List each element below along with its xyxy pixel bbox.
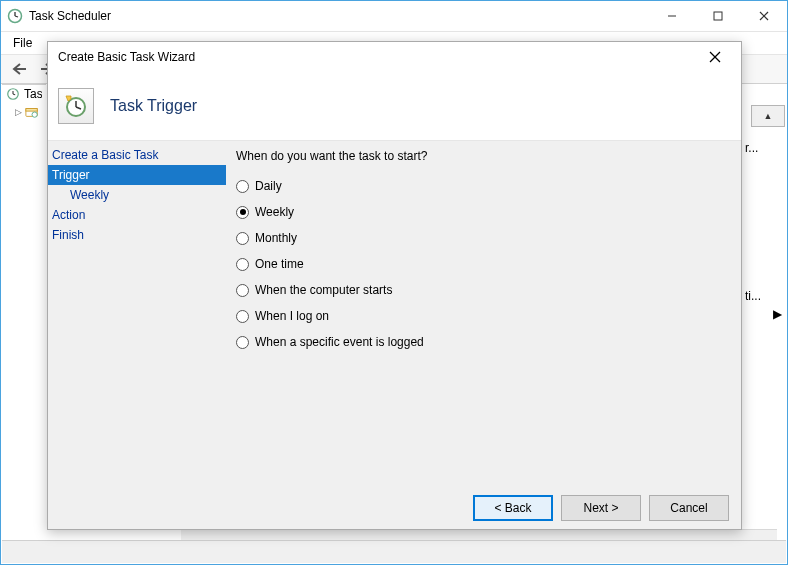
step-label: Action (52, 208, 85, 222)
wizard-content: When do you want the task to start? Dail… (226, 141, 741, 487)
radio-label: Daily (255, 179, 282, 193)
button-label: Next > (583, 501, 618, 515)
step-label: Create a Basic Task (52, 148, 159, 162)
nav-back-button[interactable] (5, 57, 33, 81)
radio-icon (236, 284, 249, 297)
cancel-button[interactable]: Cancel (649, 495, 729, 521)
menu-file[interactable]: File (5, 34, 40, 52)
step-finish[interactable]: Finish (48, 225, 226, 245)
radio-one-time[interactable]: One time (236, 251, 731, 277)
button-label: < Back (494, 501, 531, 515)
radio-label: When a specific event is logged (255, 335, 424, 349)
tree-expander-icon[interactable]: ▷ (14, 107, 23, 117)
right-arrow-button[interactable]: ▶ (769, 303, 785, 325)
minimize-button[interactable] (649, 1, 695, 31)
step-label: Finish (52, 228, 84, 242)
trigger-question: When do you want the task to start? (236, 149, 731, 163)
step-trigger[interactable]: Trigger (48, 165, 226, 185)
wizard-steps-sidebar: Create a Basic Task Trigger Weekly Actio… (48, 141, 226, 487)
step-label: Trigger (52, 168, 90, 182)
radio-log-on[interactable]: When I log on (236, 303, 731, 329)
maximize-button[interactable] (695, 1, 741, 31)
clock-icon (7, 8, 23, 24)
wizard-title: Create Basic Task Wizard (58, 50, 195, 64)
radio-label: Monthly (255, 231, 297, 245)
next-button[interactable]: Next > (561, 495, 641, 521)
main-titlebar: Task Scheduler (1, 1, 787, 32)
radio-icon (236, 336, 249, 349)
main-title: Task Scheduler (29, 9, 111, 23)
wizard-footer: < Back Next > Cancel (48, 487, 741, 529)
right-pane-text: ti... (745, 289, 785, 303)
svg-rect-4 (714, 12, 722, 20)
radio-computer-starts[interactable]: When the computer starts (236, 277, 731, 303)
wizard-titlebar: Create Basic Task Wizard (48, 42, 741, 72)
radio-icon (236, 310, 249, 323)
clock-icon (6, 87, 20, 101)
create-basic-task-wizard: Create Basic Task Wizard Task Trigger (47, 41, 742, 530)
library-icon (25, 105, 39, 119)
wizard-close-button[interactable] (695, 45, 735, 69)
panel-collapse-up-button[interactable]: ▲ (751, 105, 785, 127)
wizard-header-title: Task Trigger (110, 97, 197, 115)
close-button[interactable] (741, 1, 787, 31)
step-action[interactable]: Action (48, 205, 226, 225)
tree-child-item[interactable]: ▷ (2, 103, 46, 121)
radio-label: One time (255, 257, 304, 271)
svg-point-12 (32, 112, 37, 117)
radio-icon (236, 180, 249, 193)
status-bar (2, 540, 786, 563)
bottom-panel-1 (181, 529, 777, 540)
button-label: Cancel (670, 501, 707, 515)
svg-rect-11 (26, 109, 37, 112)
radio-monthly[interactable]: Monthly (236, 225, 731, 251)
wizard-header: Task Trigger (48, 72, 741, 140)
task-trigger-icon (58, 88, 94, 124)
tree-panel: Tas ▷ (2, 84, 46, 121)
radio-weekly[interactable]: Weekly (236, 199, 731, 225)
radio-label: When the computer starts (255, 283, 392, 297)
right-pane-text: r... (745, 141, 785, 155)
step-label: Weekly (70, 188, 109, 202)
tree-root-label: Tas (24, 87, 42, 101)
step-create-basic-task[interactable]: Create a Basic Task (48, 145, 226, 165)
radio-icon (236, 258, 249, 271)
radio-specific-event[interactable]: When a specific event is logged (236, 329, 731, 355)
tree-root-item[interactable]: Tas (2, 85, 46, 103)
radio-daily[interactable]: Daily (236, 173, 731, 199)
radio-label: When I log on (255, 309, 329, 323)
radio-icon (236, 232, 249, 245)
back-button[interactable]: < Back (473, 495, 553, 521)
radio-label: Weekly (255, 205, 294, 219)
radio-icon (236, 206, 249, 219)
step-trigger-weekly[interactable]: Weekly (48, 185, 226, 205)
